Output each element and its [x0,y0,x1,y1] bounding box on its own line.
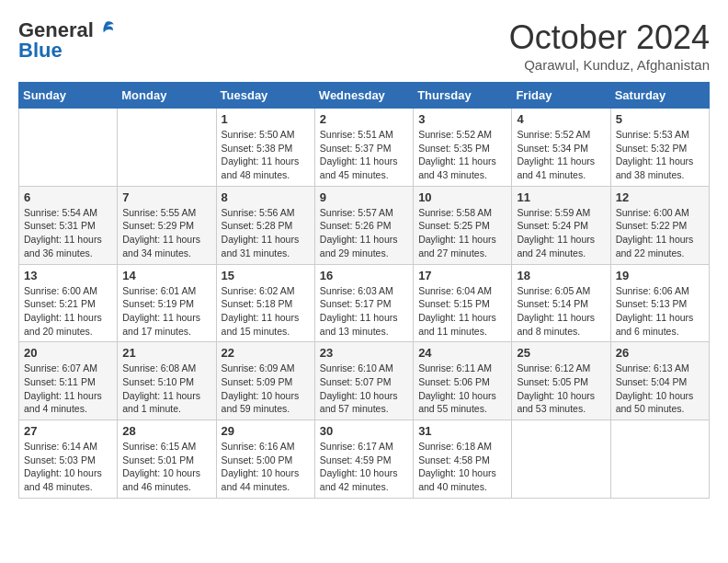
day-number: 8 [222,190,310,204]
day-number: 11 [517,190,605,204]
day-number: 30 [320,424,408,438]
page-header: General Blue October 2024 Qarawul, Kundu… [18,18,710,73]
week-row-4: 20Sunrise: 6:07 AM Sunset: 5:11 PM Dayli… [19,342,710,420]
day-number: 15 [222,269,310,282]
calendar-table: SundayMondayTuesdayWednesdayThursdayFrid… [18,82,710,499]
day-number: 3 [418,112,506,126]
weekday-header-sunday: Sunday [19,83,118,109]
logo-blue-text: Blue [18,39,63,63]
calendar-cell: 23Sunrise: 6:10 AM Sunset: 5:07 PM Dayli… [314,342,413,420]
calendar-cell [19,109,118,187]
day-number: 9 [320,190,408,204]
day-info: Sunrise: 6:15 AM Sunset: 5:01 PM Dayligh… [122,440,210,494]
day-info: Sunrise: 6:07 AM Sunset: 5:11 PM Dayligh… [24,362,112,416]
day-info: Sunrise: 5:53 AM Sunset: 5:32 PM Dayligh… [616,128,704,182]
weekday-header-tuesday: Tuesday [216,83,314,109]
calendar-cell: 9Sunrise: 5:57 AM Sunset: 5:26 PM Daylig… [314,186,413,264]
week-row-3: 13Sunrise: 6:00 AM Sunset: 5:21 PM Dayli… [19,264,710,342]
day-number: 28 [122,424,210,438]
day-info: Sunrise: 6:16 AM Sunset: 5:00 PM Dayligh… [222,440,310,494]
weekday-header-row: SundayMondayTuesdayWednesdayThursdayFrid… [19,83,710,109]
calendar-cell: 7Sunrise: 5:55 AM Sunset: 5:29 PM Daylig… [118,186,216,264]
day-info: Sunrise: 6:10 AM Sunset: 5:07 PM Dayligh… [320,362,408,416]
calendar-cell: 26Sunrise: 6:13 AM Sunset: 5:04 PM Dayli… [610,342,709,420]
day-info: Sunrise: 6:13 AM Sunset: 5:04 PM Dayligh… [616,362,704,416]
day-info: Sunrise: 6:11 AM Sunset: 5:06 PM Dayligh… [418,362,506,416]
calendar-cell: 3Sunrise: 5:52 AM Sunset: 5:35 PM Daylig… [414,109,512,187]
calendar-cell: 15Sunrise: 6:02 AM Sunset: 5:18 PM Dayli… [216,264,314,342]
location: Qarawul, Kunduz, Afghanistan [509,57,710,73]
day-number: 10 [418,190,506,204]
day-number: 27 [24,424,112,438]
weekday-header-thursday: Thursday [414,83,512,109]
calendar-cell: 17Sunrise: 6:04 AM Sunset: 5:15 PM Dayli… [414,264,512,342]
weekday-header-saturday: Saturday [610,83,709,109]
calendar-cell: 21Sunrise: 6:08 AM Sunset: 5:10 PM Dayli… [118,342,216,420]
day-number: 13 [24,269,112,282]
calendar-cell: 5Sunrise: 5:53 AM Sunset: 5:32 PM Daylig… [610,109,709,187]
logo-bird-icon [96,18,116,39]
day-number: 19 [616,269,704,282]
day-number: 29 [222,424,310,438]
calendar-cell: 30Sunrise: 6:17 AM Sunset: 4:59 PM Dayli… [314,420,413,499]
day-number: 6 [24,190,112,204]
calendar-cell: 2Sunrise: 5:51 AM Sunset: 5:37 PM Daylig… [314,109,413,187]
calendar-cell: 16Sunrise: 6:03 AM Sunset: 5:17 PM Dayli… [314,264,413,342]
calendar-cell: 25Sunrise: 6:12 AM Sunset: 5:05 PM Dayli… [512,342,610,420]
day-info: Sunrise: 5:50 AM Sunset: 5:38 PM Dayligh… [222,128,310,182]
day-info: Sunrise: 6:05 AM Sunset: 5:14 PM Dayligh… [517,284,605,339]
day-info: Sunrise: 6:04 AM Sunset: 5:15 PM Dayligh… [418,284,506,339]
calendar-cell: 12Sunrise: 6:00 AM Sunset: 5:22 PM Dayli… [610,186,709,264]
day-info: Sunrise: 6:08 AM Sunset: 5:10 PM Dayligh… [122,362,210,416]
day-info: Sunrise: 5:55 AM Sunset: 5:29 PM Dayligh… [122,206,210,260]
day-number: 31 [418,424,506,438]
day-number: 16 [320,269,408,282]
calendar-cell: 1Sunrise: 5:50 AM Sunset: 5:38 PM Daylig… [216,109,314,187]
week-row-5: 27Sunrise: 6:14 AM Sunset: 5:03 PM Dayli… [19,420,710,499]
day-number: 4 [517,112,605,126]
day-info: Sunrise: 5:52 AM Sunset: 5:34 PM Dayligh… [517,128,605,182]
day-number: 5 [616,112,704,126]
title-section: October 2024 Qarawul, Kunduz, Afghanista… [509,18,710,73]
day-info: Sunrise: 6:06 AM Sunset: 5:13 PM Dayligh… [616,284,704,339]
weekday-header-friday: Friday [512,83,610,109]
calendar-cell: 27Sunrise: 6:14 AM Sunset: 5:03 PM Dayli… [19,420,118,499]
calendar-cell: 13Sunrise: 6:00 AM Sunset: 5:21 PM Dayli… [19,264,118,342]
day-number: 20 [24,346,112,360]
day-info: Sunrise: 5:58 AM Sunset: 5:25 PM Dayligh… [418,206,506,260]
day-number: 25 [517,346,605,360]
day-info: Sunrise: 6:00 AM Sunset: 5:22 PM Dayligh… [616,206,704,260]
day-info: Sunrise: 5:56 AM Sunset: 5:28 PM Dayligh… [222,206,310,260]
weekday-header-monday: Monday [118,83,216,109]
day-number: 1 [222,112,310,126]
day-number: 17 [418,269,506,282]
week-row-1: 1Sunrise: 5:50 AM Sunset: 5:38 PM Daylig… [19,109,710,187]
calendar-cell: 31Sunrise: 6:18 AM Sunset: 4:58 PM Dayli… [414,420,512,499]
calendar-cell: 29Sunrise: 6:16 AM Sunset: 5:00 PM Dayli… [216,420,314,499]
day-info: Sunrise: 6:12 AM Sunset: 5:05 PM Dayligh… [517,362,605,416]
day-info: Sunrise: 6:09 AM Sunset: 5:09 PM Dayligh… [222,362,310,416]
calendar-cell: 10Sunrise: 5:58 AM Sunset: 5:25 PM Dayli… [414,186,512,264]
day-info: Sunrise: 5:54 AM Sunset: 5:31 PM Dayligh… [24,206,112,260]
day-number: 23 [320,346,408,360]
day-number: 21 [122,346,210,360]
day-number: 24 [418,346,506,360]
calendar-cell [118,109,216,187]
day-number: 18 [517,269,605,282]
calendar-cell: 18Sunrise: 6:05 AM Sunset: 5:14 PM Dayli… [512,264,610,342]
day-info: Sunrise: 6:14 AM Sunset: 5:03 PM Dayligh… [24,440,112,494]
calendar-cell: 6Sunrise: 5:54 AM Sunset: 5:31 PM Daylig… [19,186,118,264]
calendar-cell [512,420,610,499]
calendar-cell: 8Sunrise: 5:56 AM Sunset: 5:28 PM Daylig… [216,186,314,264]
calendar-cell: 28Sunrise: 6:15 AM Sunset: 5:01 PM Dayli… [118,420,216,499]
day-number: 26 [616,346,704,360]
day-info: Sunrise: 6:17 AM Sunset: 4:59 PM Dayligh… [320,440,408,494]
day-info: Sunrise: 5:59 AM Sunset: 5:24 PM Dayligh… [517,206,605,260]
day-info: Sunrise: 6:18 AM Sunset: 4:58 PM Dayligh… [418,440,506,494]
day-number: 2 [320,112,408,126]
calendar-cell: 22Sunrise: 6:09 AM Sunset: 5:09 PM Dayli… [216,342,314,420]
week-row-2: 6Sunrise: 5:54 AM Sunset: 5:31 PM Daylig… [19,186,710,264]
logo: General Blue [18,18,116,63]
day-number: 22 [222,346,310,360]
calendar-cell: 4Sunrise: 5:52 AM Sunset: 5:34 PM Daylig… [512,109,610,187]
